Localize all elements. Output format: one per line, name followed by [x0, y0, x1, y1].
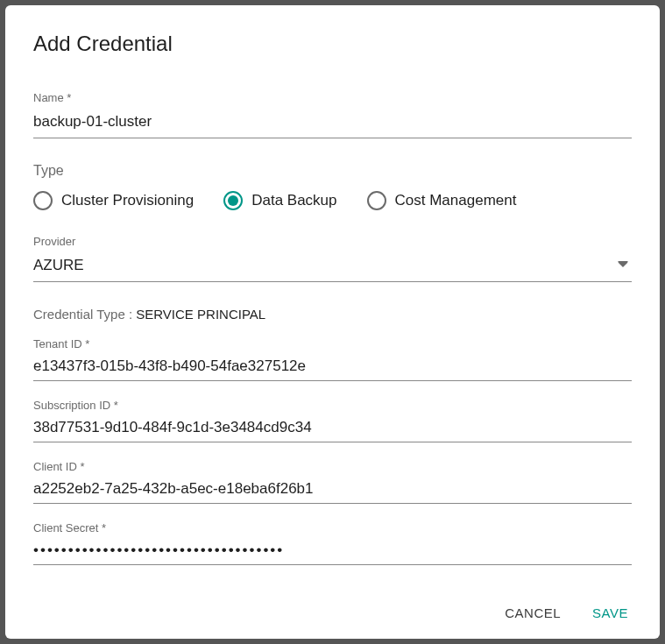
client-secret-label: Client Secret * — [33, 521, 632, 534]
radio-icon — [33, 191, 53, 210]
radio-label-data-backup: Data Backup — [251, 192, 336, 209]
client-id-input[interactable] — [33, 478, 632, 504]
subscription-id-label: Subscription ID * — [33, 399, 632, 412]
dialog-actions: CANCEL SAVE — [33, 583, 632, 626]
radio-option-cost-management[interactable]: Cost Management — [367, 191, 517, 210]
name-input[interactable] — [33, 110, 632, 138]
provider-select[interactable]: AZURE — [33, 253, 632, 282]
name-label: Name * — [33, 91, 632, 104]
client-secret-field-group: Client Secret * — [33, 521, 632, 565]
credential-type-row: Credential Type : SERVICE PRINCIPAL — [33, 307, 632, 322]
tenant-id-label: Tenant ID * — [33, 337, 632, 350]
tenant-id-input[interactable] — [33, 356, 632, 381]
radio-icon — [367, 191, 386, 210]
radio-label-cluster-provisioning: Cluster Provisioning — [61, 192, 194, 209]
name-field-group: Name * — [33, 91, 632, 138]
provider-field-group: Provider AZURE — [33, 235, 632, 282]
credential-type-value: SERVICE PRINCIPAL — [136, 307, 265, 322]
radio-label-cost-management: Cost Management — [395, 192, 517, 209]
subscription-id-input[interactable] — [33, 417, 632, 442]
type-label: Type — [33, 163, 632, 179]
client-id-label: Client ID * — [33, 460, 632, 473]
tenant-id-field-group: Tenant ID * — [33, 337, 632, 381]
provider-label: Provider — [33, 235, 632, 248]
radio-option-cluster-provisioning[interactable]: Cluster Provisioning — [33, 191, 194, 210]
radio-option-data-backup[interactable]: Data Backup — [223, 191, 336, 210]
radio-icon-selected — [223, 191, 243, 210]
type-section: Type Cluster Provisioning Data Backup Co… — [33, 163, 632, 210]
add-credential-dialog: Add Credential Name * Type Cluster Provi… — [5, 5, 660, 639]
subscription-id-field-group: Subscription ID * — [33, 399, 632, 442]
client-secret-input[interactable] — [33, 540, 632, 565]
type-radio-group: Cluster Provisioning Data Backup Cost Ma… — [33, 191, 632, 210]
client-id-field-group: Client ID * — [33, 460, 632, 504]
save-button[interactable]: SAVE — [589, 600, 632, 626]
cancel-button[interactable]: CANCEL — [501, 600, 564, 626]
dialog-title: Add Credential — [33, 32, 632, 56]
credential-type-label: Credential Type : — [33, 307, 132, 322]
